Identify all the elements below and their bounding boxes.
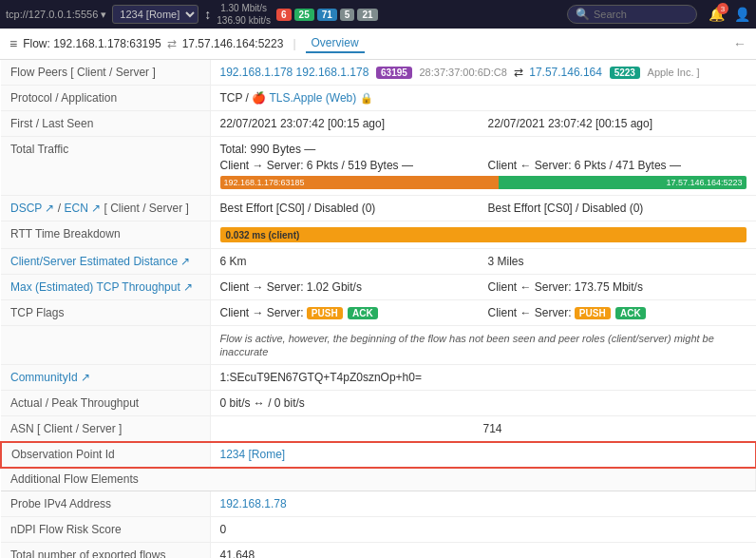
flow-arrows: ⇄ (514, 66, 523, 79)
ack-badge-server: ACK (615, 307, 646, 319)
navbar: tcp://127.0.0.1:5556 ▾ 1234 [Rome] ↕ 1.3… (0, 0, 756, 29)
throughput-server: Client ← Server: 173.75 Mbit/s (488, 280, 747, 294)
brand-label: tcp://127.0.0.1:5556 ▾ (6, 9, 106, 21)
client-first-seen: 22/07/2021 23:07:42 [00:15 ago] (220, 117, 479, 130)
community-id-link[interactable]: CommunityId ↗ (10, 371, 90, 384)
section-additional: Additional Flow Elements (1, 468, 756, 491)
observation-value-link[interactable]: 1234 [Rome] (220, 448, 286, 461)
badge-hosts[interactable]: 71 (317, 9, 337, 21)
value-protocol: TCP / 🍎 TLS.Apple (Web) 🔒 (210, 86, 756, 111)
row-exported-flows: Total number of exported flows 41,648 (1, 543, 756, 559)
distance-server: 3 Miles (488, 255, 747, 268)
push-badge-client: PUSH (307, 307, 343, 319)
value-dscp: Best Effort [CS0] / Disabled (0) Best Ef… (210, 196, 756, 221)
label-observation: Observation Point Id (1, 442, 210, 468)
tcp-flags-server: Client ← Server: PUSH ACK (488, 306, 747, 319)
back-button[interactable]: ← (733, 36, 747, 51)
label-exported-flows: Total number of exported flows (1, 543, 210, 559)
bar-client-label: 192.168.1.178:63185 (224, 178, 305, 187)
dscp-server: Best Effort [CS0] / Disabled (0) (488, 202, 747, 215)
rtt-bar: 0.032 ms (client) (220, 227, 747, 242)
tcp-throughput-link[interactable]: Max (Estimated) TCP Throughput ↗ (10, 280, 193, 294)
search-box[interactable]: 🔍 (567, 5, 697, 24)
label-tcp-note (1, 326, 210, 365)
value-observation: 1234 [Rome] (210, 442, 756, 468)
bar-server: 17.57.146.164:5223 (499, 176, 747, 189)
asn-server: 714 (483, 422, 502, 435)
row-dscp: DSCP ↗ / ECN ↗ [ Client / Server ] Best … (1, 196, 756, 221)
bar-server-label: 17.57.146.164:5223 (666, 178, 742, 187)
total-traffic-text: Total: 990 Bytes — (220, 143, 747, 156)
label-first-last-seen: First / Last Seen (1, 111, 210, 137)
distance-client: 6 Km (220, 255, 479, 268)
badge-alerts[interactable]: 6 (276, 9, 292, 21)
value-asn: 714 (210, 416, 756, 442)
probe-ipv4-link[interactable]: 192.168.1.78 (220, 497, 287, 510)
badge-flows[interactable]: 25 (294, 9, 314, 21)
flow-source: Flow: 192.168.1.178:63195 (23, 37, 161, 50)
row-distance: Client/Server Estimated Distance ↗ 6 Km … (1, 249, 756, 275)
value-total-traffic: Total: 990 Bytes — Client → Server: 6 Pk… (210, 137, 756, 196)
label-rtt: RTT Time Breakdown (1, 221, 210, 249)
breadcrumb-bar: ≡ Flow: 192.168.1.178:63195 ⇄ 17.57.146.… (0, 29, 756, 60)
server-org: Apple Inc. ] (648, 67, 700, 78)
row-probe-ipv4: Probe IPv4 Address 192.168.1.78 (1, 491, 756, 517)
label-asn: ASN [ Client / Server ] (1, 416, 210, 442)
menu-icon[interactable]: ≡ (9, 36, 17, 51)
label-distance: Client/Server Estimated Distance ↗ (1, 249, 210, 275)
row-rtt: RTT Time Breakdown 0.032 ms (client) (1, 221, 756, 249)
row-tcp-note: Flow is active, however, the beginning o… (1, 326, 756, 365)
label-protocol: Protocol / Application (1, 86, 210, 111)
apple-icon: 🍎 (252, 91, 266, 105)
info-table: Flow Peers [ Client / Server ] 192.168.1… (0, 60, 756, 558)
push-badge-server: PUSH (575, 307, 611, 319)
label-community-id: CommunityId ↗ (1, 365, 210, 391)
value-tcp-flags: Client → Server: PUSH ACK Client ← Serve… (210, 300, 756, 326)
value-first-last-seen: 22/07/2021 23:07:42 [00:15 ago] 22/07/20… (210, 111, 756, 137)
client-ip-link[interactable]: 192.168.1.178 (220, 66, 293, 79)
notification-count: 3 (717, 3, 728, 14)
tab-overview[interactable]: Overview (306, 34, 365, 53)
label-tcp-flags: TCP Flags (1, 300, 210, 326)
badge-other[interactable]: 21 (357, 9, 377, 21)
client-port-badge: 63195 (376, 67, 412, 79)
ecn-link[interactable]: ECN ↗ (64, 202, 101, 215)
server-ip: 17.57.146.164 (529, 66, 602, 79)
value-exported-flows: 41,648 (210, 543, 756, 559)
main-content: Flow Peers [ Client / Server ] 192.168.1… (0, 60, 756, 558)
flow-arrows: ⇄ (167, 37, 177, 50)
value-tcp-throughput: Client → Server: 1.02 Gbit/s Client ← Se… (210, 275, 756, 300)
probe-select[interactable]: 1234 [Rome] (112, 5, 198, 24)
value-ndpi-risk: 0 (210, 517, 756, 543)
value-actual-throughput: 0 bit/s ↔ / 0 bit/s (210, 391, 756, 416)
value-flow-peers: 192.168.1.178 192.168.1.178 63195 28:37:… (210, 60, 756, 86)
ack-badge-client: ACK (348, 307, 378, 319)
label-actual-throughput: Actual / Peak Throughput (1, 391, 210, 416)
traffic-stats: 1.30 Mbit/s 136.90 kbit/s (217, 2, 271, 27)
tcp-note-text: Flow is active, however, the beginning o… (220, 330, 714, 357)
search-input[interactable] (594, 9, 689, 20)
label-flow-peers: Flow Peers [ Client / Server ] (1, 60, 210, 86)
distance-link[interactable]: Client/Server Estimated Distance ↗ (10, 255, 190, 268)
notification-bell[interactable]: 🔔 3 (709, 7, 725, 22)
alert-badges: 6 25 71 5 21 (276, 9, 378, 21)
row-first-last-seen: First / Last Seen 22/07/2021 23:07:42 [0… (1, 111, 756, 137)
row-total-traffic: Total Traffic Total: 990 Bytes — Client … (1, 137, 756, 196)
row-observation: Observation Point Id 1234 [Rome] (1, 442, 756, 468)
flow-dest: 17.57.146.164:5223 (182, 37, 284, 50)
row-actual-throughput: Actual / Peak Throughput 0 bit/s ↔ / 0 b… (1, 391, 756, 416)
section-additional-title: Additional Flow Elements (1, 468, 756, 491)
dscp-client: Best Effort [CS0] / Disabled (0) (220, 202, 479, 215)
value-distance: 6 Km 3 Miles (210, 249, 756, 275)
badge-devices[interactable]: 5 (340, 9, 355, 21)
client-ip-text: 192.168.1.178 (296, 66, 369, 79)
rtt-text: 0.032 ms (client) (226, 230, 300, 241)
lock-icon: 🔒 (360, 92, 373, 104)
server-first-seen: 22/07/2021 23:07:42 [00:15 ago] (488, 117, 747, 130)
dscp-link[interactable]: DSCP ↗ (10, 202, 54, 215)
label-dscp: DSCP ↗ / ECN ↗ [ Client / Server ] (1, 196, 210, 221)
search-icon: 🔍 (576, 8, 590, 21)
client-mac: 28:37:37:00:6D:C8 (420, 67, 507, 78)
user-avatar[interactable]: 👤 (734, 7, 750, 22)
value-rtt: 0.032 ms (client) (210, 221, 756, 249)
